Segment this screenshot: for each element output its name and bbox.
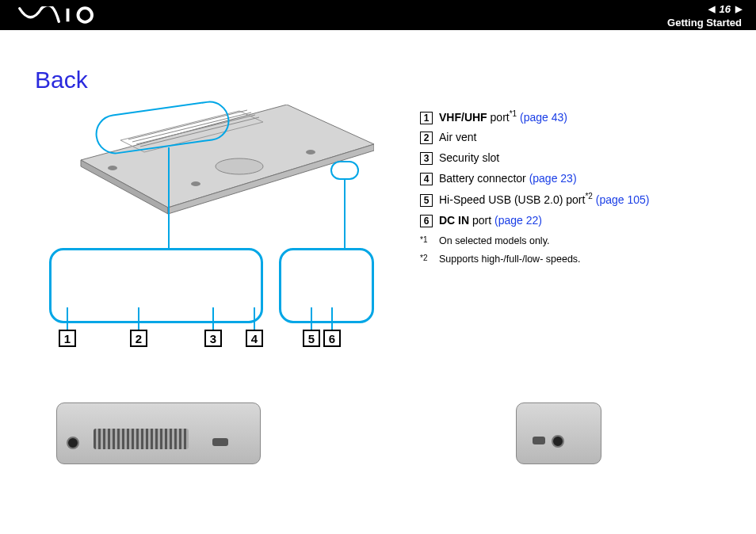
legend-text: Security slot (439, 150, 499, 167)
detail-panel-left (49, 248, 263, 323)
page-link[interactable]: (page 23) (529, 172, 577, 185)
legend-num: 4 (420, 173, 433, 185)
svg-point-10 (216, 158, 263, 174)
callout-label-3: 3 (204, 330, 222, 347)
legend-text: Air vent (439, 129, 476, 147)
callout-lead (331, 307, 333, 330)
svg-point-12 (108, 166, 117, 170)
legend-item: 2 Air vent (420, 129, 649, 147)
callout-highlight-top-right (330, 161, 359, 180)
svg-point-13 (306, 150, 315, 154)
footnote: *1 On selected models only. (420, 234, 649, 249)
legend-text: Battery connector (439, 172, 529, 185)
legend-item: 4 Battery connector (page 23) (420, 170, 649, 188)
page-link[interactable]: (page 105) (596, 193, 650, 206)
legend-text: port (487, 111, 510, 124)
callout-lead (344, 179, 346, 248)
section-title: Getting Started (667, 17, 742, 29)
legend-item: 3 Security slot (420, 150, 649, 167)
callout-lead (67, 307, 68, 330)
svg-point-1 (78, 8, 92, 22)
page-number: 16 (720, 3, 731, 16)
footnote: *2 Supports high-/full-/low- speeds. (420, 252, 649, 267)
footnote-text: On selected models only. (439, 234, 549, 249)
page-link[interactable]: (page 43) (520, 111, 567, 124)
callout-label-4: 4 (246, 330, 263, 347)
legend-list: 1 VHF/UHF port*1 (page 43) 2 Air vent 3 … (420, 67, 649, 347)
legend-num: 1 (420, 112, 433, 124)
svg-rect-0 (67, 9, 70, 22)
legend-item: 5 Hi-Speed USB (USB 2.0) port*2 (page 10… (420, 190, 649, 208)
rear-panel-left (56, 402, 261, 464)
header-bar: ◀ 16 ▶ Getting Started (0, 0, 756, 30)
usb-port-icon (533, 437, 545, 444)
callout-lead (138, 307, 139, 330)
detail-panel-right (279, 248, 374, 323)
vaio-logo (17, 6, 105, 24)
callout-lead (168, 147, 170, 248)
footnotes: *1 On selected models only. *2 Supports … (420, 234, 649, 267)
page-title: Back (35, 67, 396, 93)
footnote-text: Supports high-/full-/low- speeds. (439, 252, 581, 267)
next-page-icon[interactable]: ▶ (735, 4, 742, 14)
callout-lead (254, 307, 255, 330)
back-diagram: 1 2 3 4 5 6 (49, 101, 398, 347)
callout-lead (212, 307, 214, 330)
legend-item: 1 VHF/UHF port*1 (page 43) (420, 108, 649, 126)
callout-label-5: 5 (303, 330, 320, 347)
legend-sup: *2 (585, 192, 592, 200)
callout-label-6: 6 (323, 330, 341, 347)
rear-panel-right (516, 402, 601, 464)
legend-num: 3 (420, 152, 433, 165)
legend-bold: DC IN (439, 214, 469, 227)
air-vent-icon (94, 429, 189, 449)
footnote-mark: *1 (420, 234, 431, 249)
page-link[interactable]: (page 22) (494, 214, 542, 227)
page-nav: ◀ 16 ▶ (708, 3, 742, 16)
legend-item: 6 DC IN port (page 22) (420, 212, 649, 230)
prev-page-icon[interactable]: ◀ (708, 4, 715, 14)
security-slot-icon (212, 438, 228, 446)
vhf-uhf-port-icon (67, 437, 79, 449)
legend-text: Hi-Speed USB (USB 2.0) port (439, 193, 585, 206)
svg-point-11 (191, 181, 200, 186)
footnote-mark: *2 (420, 252, 431, 267)
legend-bold: VHF/UHF (439, 111, 487, 124)
legend-num: 2 (420, 132, 433, 144)
legend-num: 5 (420, 194, 433, 207)
legend-text: port (469, 214, 494, 227)
dc-in-port-icon (552, 435, 564, 448)
callout-label-1: 1 (59, 330, 76, 347)
legend-num: 6 (420, 215, 433, 227)
callout-label-2: 2 (130, 330, 147, 347)
callout-lead (311, 307, 312, 330)
legend-sup: *1 (510, 109, 517, 118)
